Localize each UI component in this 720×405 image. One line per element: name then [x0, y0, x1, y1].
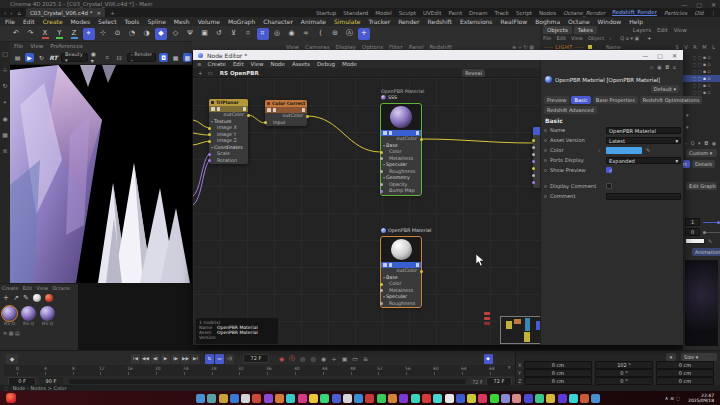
- show-preview-checkbox[interactable]: ✓: [606, 167, 612, 173]
- node-port-row[interactable]: ▾Input: [265, 120, 307, 127]
- input-port[interactable]: [532, 146, 535, 149]
- scale-field[interactable]: 0 cm: [656, 361, 714, 369]
- taskbar-app-icon[interactable]: [433, 394, 442, 403]
- input-port[interactable]: [532, 167, 535, 170]
- loop-button[interactable]: ▭: [215, 354, 224, 364]
- taskbar-app-icon[interactable]: [490, 394, 499, 403]
- layer-menu-item[interactable]: Layers: [633, 27, 651, 33]
- taskbar-app-icon[interactable]: [388, 394, 397, 403]
- dropdown-arrow[interactable]: ▾: [686, 112, 689, 118]
- playhead-marker[interactable]: ▿: [508, 364, 511, 370]
- node-menu-icon[interactable]: [416, 131, 420, 135]
- record-button[interactable]: +: [330, 354, 339, 363]
- taskbar-app-icon[interactable]: [365, 394, 374, 403]
- node-toggle-icon[interactable]: [267, 108, 271, 112]
- default-material-icon[interactable]: [33, 294, 41, 302]
- system-tray-icons[interactable]: ∧ ≋ ◌: [665, 395, 680, 401]
- animation-tab[interactable]: Animation: [692, 248, 720, 256]
- node-view-icon[interactable]: [389, 263, 393, 267]
- tool-icon[interactable]: ▦: [2, 131, 8, 138]
- taskbar-app-icon[interactable]: [207, 394, 216, 403]
- node-view-icon[interactable]: [217, 107, 221, 111]
- toolbar-icon[interactable]: ↺: [213, 28, 225, 40]
- rotation-field[interactable]: 0 °: [595, 369, 653, 377]
- output-port[interactable]: [247, 114, 250, 117]
- input-port[interactable]: [532, 174, 535, 177]
- record-button[interactable]: ▣: [340, 354, 349, 363]
- nav-back-icon[interactable]: ‹: [4, 10, 6, 16]
- asset-version-select[interactable]: Latest▾: [606, 137, 681, 144]
- taskbar-app-icon[interactable]: [377, 394, 386, 403]
- node-output-clipped[interactable]: [533, 127, 540, 188]
- toolbar-icon[interactable]: ↶: [10, 28, 22, 40]
- viewport-menu-item[interactable]: Display: [336, 44, 356, 50]
- menu-item[interactable]: Tools: [125, 18, 140, 25]
- input-port[interactable]: [532, 139, 535, 142]
- value-field-1[interactable]: 1: [685, 218, 700, 226]
- pen-icon[interactable]: ✎: [708, 238, 712, 244]
- transport-button[interactable]: ▶I: [191, 354, 200, 364]
- renderview-tool-icon[interactable]: Beauty ▾: [61, 53, 88, 62]
- menu-item[interactable]: Help: [629, 18, 643, 25]
- viewport-menu-item[interactable]: Cameras: [305, 44, 329, 50]
- rotation-field[interactable]: 0 °: [595, 377, 653, 385]
- color-swatch-white[interactable]: [685, 238, 705, 244]
- taskbar-app-icon[interactable]: [524, 394, 533, 403]
- taskbar-app-icon[interactable]: [264, 394, 273, 403]
- redshift-material-icon[interactable]: [45, 294, 53, 302]
- record-button[interactable]: ◎: [309, 354, 318, 363]
- menu-item[interactable]: Spline: [147, 18, 165, 25]
- material-menu-item[interactable]: Edit: [23, 285, 33, 291]
- node-color-correct[interactable]: Color Correct ▾outColor▾Input: [265, 100, 307, 126]
- position-field[interactable]: 0 cm: [524, 369, 592, 377]
- ne-close-button[interactable]: ✕: [672, 52, 677, 59]
- toolbar-icon[interactable]: ⊹: [97, 28, 109, 40]
- node-view-icon[interactable]: [389, 131, 393, 135]
- menu-item[interactable]: Render: [398, 18, 419, 25]
- menu-item[interactable]: Redshift: [428, 18, 452, 25]
- layer-menu-item[interactable]: Edit: [657, 27, 668, 33]
- object-visibility-row[interactable]: ◌ ◌ ▪ ▫: [683, 75, 720, 82]
- node-editor-titlebar[interactable]: Node Editor * — ▢ ✕: [193, 50, 683, 60]
- object-visibility-row[interactable]: ◌ ◌ ▪ ▫: [683, 68, 720, 75]
- taskbar-app-icon[interactable]: [558, 394, 567, 403]
- layout-tab[interactable]: Particles: [664, 10, 687, 16]
- renderview-tool-icon[interactable]: RT: [49, 53, 58, 62]
- node-toggle-icon[interactable]: [383, 263, 387, 267]
- rotation-field[interactable]: 102 °: [595, 361, 653, 369]
- toolbar-icon[interactable]: Ⓐ: [344, 28, 356, 40]
- toolbar-icon[interactable]: ↷: [25, 28, 37, 40]
- node-menu-icon[interactable]: [302, 108, 306, 112]
- transport-button[interactable]: I◀: [131, 354, 140, 364]
- graph-box-icon[interactable]: ▭: [208, 70, 213, 76]
- position-field[interactable]: 0 cm: [524, 361, 592, 369]
- input-port[interactable]: [380, 190, 383, 193]
- tool-icon[interactable]: ▢: [2, 50, 8, 57]
- name-input[interactable]: OpenPBR Material: [606, 127, 681, 134]
- toolbar-icon[interactable]: (: [315, 28, 327, 40]
- props-tab[interactable]: Preview: [544, 96, 569, 104]
- transport-button[interactable]: ◀I: [151, 354, 160, 364]
- taskbar-app-icon[interactable]: [241, 394, 250, 403]
- position-field[interactable]: 0 cm: [524, 377, 592, 385]
- record-button[interactable]: ◉: [277, 354, 286, 363]
- close-tab-icon[interactable]: ×: [97, 10, 102, 16]
- input-port[interactable]: [532, 160, 535, 163]
- viewport-menu-item[interactable]: Filter: [389, 44, 403, 50]
- viewport-menu-item[interactable]: Panel: [409, 44, 424, 50]
- toolbar-icon[interactable]: ◔: [126, 28, 138, 40]
- add-graph-tab-button[interactable]: +: [198, 70, 203, 76]
- taskbar-app-icon[interactable]: [546, 394, 555, 403]
- layout-tab[interactable]: Old: [694, 10, 703, 16]
- object-visibility-row[interactable]: ◌ ◌ ▪ ▫: [683, 82, 720, 89]
- taskbar-app-icon[interactable]: [422, 394, 431, 403]
- renderview-tool-icon[interactable]: ↻: [37, 53, 46, 62]
- taskbar-app-icon[interactable]: [411, 394, 420, 403]
- node-toggle-icon[interactable]: [383, 131, 387, 135]
- renderview-tool-icon[interactable]: ▦: [171, 53, 180, 62]
- renderview-menu-item[interactable]: File: [14, 43, 23, 49]
- node-editor-menu-item[interactable]: Mode: [342, 61, 357, 67]
- keyframe-diamond-icon[interactable]: ◆: [6, 354, 18, 364]
- light-color-swatch[interactable]: [588, 45, 592, 49]
- object-manager-tab[interactable]: Takes: [574, 26, 597, 34]
